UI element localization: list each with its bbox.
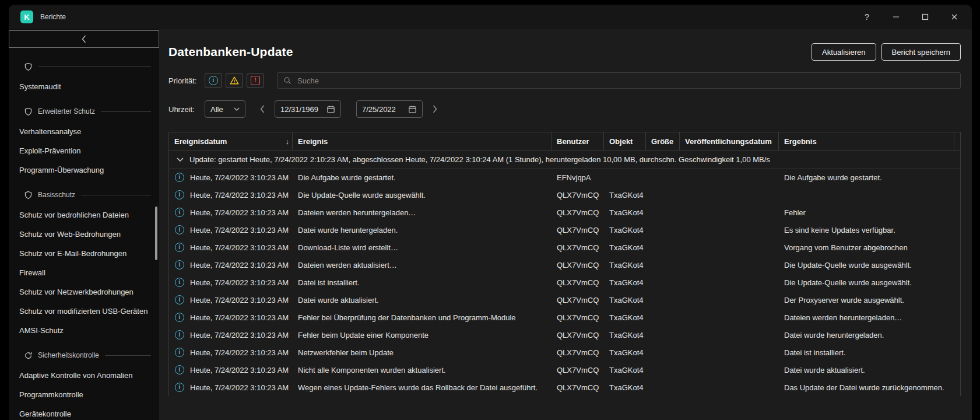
sidebar-item[interactable]: Schutz vor bedrohlichen Dateien	[9, 205, 159, 225]
close-icon	[951, 13, 958, 20]
sidebar-item[interactable]: Firewall	[9, 263, 159, 282]
time-label: Uhrzeit:	[168, 105, 205, 114]
sidebar-item[interactable]: Schutz vor E-Mail-Bedrohungen	[9, 244, 159, 263]
table-row[interactable]: iHeute, 7/24/2022 3:10:23 AMDateien werd…	[169, 204, 960, 221]
sidebar-item[interactable]: Programmkontrolle	[9, 385, 159, 404]
section-divider-line	[38, 66, 151, 67]
priority-info-button[interactable]: i	[205, 73, 222, 88]
table-row[interactable]: iHeute, 7/24/2022 3:10:23 AMDatei ist in…	[169, 274, 960, 291]
header-gutter	[954, 132, 960, 150]
sidebar-section-label: Erweiterter Schutz	[38, 107, 95, 116]
table-row[interactable]: iHeute, 7/24/2022 3:10:23 AMNicht alle K…	[169, 361, 960, 379]
event-object: TxaGKot4	[604, 383, 646, 392]
event-user: QLX7VmCQ	[552, 331, 604, 340]
info-icon: i	[209, 76, 218, 85]
event-text: Nicht alle Komponenten wurden aktualisie…	[293, 366, 552, 374]
sort-desc-icon[interactable]: ↓	[282, 137, 290, 146]
event-date: Heute, 7/24/2022 3:10:23 AM	[190, 261, 289, 270]
sidebar-item[interactable]: Systemaudit	[9, 77, 159, 96]
sidebar-collapse-button[interactable]	[9, 30, 159, 48]
column-header[interactable]: Ereignis	[293, 132, 552, 150]
time-filter-row: Uhrzeit: Alle 12/31/1969 7	[168, 100, 961, 118]
event-object: TxaGKot4	[604, 296, 646, 304]
table-row[interactable]: iHeute, 7/24/2022 3:10:23 AMFehler beim …	[169, 326, 960, 344]
sidebar-item[interactable]: Schutz vor Netzwerkbedrohungen	[9, 282, 159, 302]
table-row[interactable]: iHeute, 7/24/2022 3:10:23 AMDateien werd…	[169, 256, 960, 274]
event-object: TxaGKot4	[604, 348, 646, 357]
table-row[interactable]: iHeute, 7/24/2022 3:10:23 AMWegen eines …	[169, 379, 960, 396]
info-icon: i	[175, 313, 184, 322]
minimize-button[interactable]	[890, 11, 902, 23]
date-from-field[interactable]: 12/31/1969	[275, 100, 341, 118]
previous-period-button[interactable]	[258, 105, 266, 113]
event-result: Die Update-Quelle wurde ausgewählt.	[779, 261, 954, 270]
event-object: TxaGKot4	[604, 208, 646, 217]
info-icon: i	[175, 383, 184, 392]
sidebar-item[interactable]: Adaptive Kontrolle von Anomalien	[9, 366, 159, 385]
sidebar-item[interactable]: Gerätekontrolle	[9, 404, 159, 420]
event-date: Heute, 7/24/2022 3:10:23 AM	[190, 208, 289, 217]
event-user: QLX7VmCQ	[552, 208, 604, 217]
search-field[interactable]	[277, 72, 961, 89]
column-header[interactable]: Benutzer	[552, 132, 604, 150]
window-title: Berichte	[40, 13, 66, 21]
date-to-field[interactable]: 7/25/2022	[356, 100, 423, 118]
page-header: Datenbanken-Update Aktualisieren Bericht…	[168, 43, 961, 61]
sidebar-section-header	[9, 56, 159, 77]
sidebar-item[interactable]: Verhaltensanalyse	[9, 122, 159, 141]
sidebar-item[interactable]: Programm-Überwachung	[9, 160, 159, 180]
event-date: Heute, 7/24/2022 3:10:23 AM	[190, 243, 289, 252]
table-row[interactable]: iHeute, 7/24/2022 3:10:23 AMFehler bei Ü…	[169, 309, 960, 326]
refresh-button[interactable]: Aktualisieren	[812, 43, 876, 61]
minimize-icon	[893, 13, 900, 20]
sidebar-item[interactable]: AMSI-Schutz	[9, 321, 159, 340]
sidebar-item[interactable]: Schutz vor Web-Bedrohungen	[9, 225, 159, 244]
event-object: TxaGKot4	[604, 313, 646, 322]
events-table: Ereignisdatum↓EreignisBenutzerObjektGröß…	[168, 132, 961, 396]
table-row[interactable]: iHeute, 7/24/2022 3:10:23 AMDatei wurde …	[169, 221, 960, 239]
shield-icon	[24, 62, 33, 71]
time-range-select[interactable]: Alle	[205, 100, 245, 118]
event-date: Heute, 7/24/2022 3:10:23 AM	[190, 383, 289, 392]
info-icon: i	[175, 243, 184, 252]
table-row[interactable]: iHeute, 7/24/2022 3:10:23 AMDownload-Lis…	[169, 239, 960, 256]
event-user: QLX7VmCQ	[552, 348, 604, 357]
event-result: Vorgang vom Benutzer abgebrochen	[779, 243, 954, 252]
event-text: Die Aufgabe wurde gestartet.	[293, 173, 552, 182]
event-date: Heute, 7/24/2022 3:10:23 AM	[190, 331, 289, 340]
next-period-button[interactable]	[431, 105, 439, 113]
shield-icon	[24, 191, 33, 200]
help-button[interactable]: ?	[861, 11, 873, 23]
table-row[interactable]: iHeute, 7/24/2022 3:10:23 AMNetzwerkfehl…	[169, 344, 960, 361]
sidebar-scrollbar[interactable]	[155, 206, 157, 260]
sidebar-item[interactable]: Exploit-Prävention	[9, 141, 159, 160]
event-user: QLX7VmCQ	[552, 366, 604, 374]
event-text: Netzwerkfehler beim Update	[293, 348, 552, 357]
table-row[interactable]: iHeute, 7/24/2022 3:10:23 AMDie Aufgabe …	[169, 169, 960, 186]
save-report-button[interactable]: Bericht speichern	[881, 43, 961, 61]
event-object: TxaGKot4	[604, 226, 646, 235]
info-icon: i	[175, 173, 184, 182]
priority-critical-button[interactable]: !	[247, 73, 264, 88]
event-text: Wegen eines Update-Fehlers wurde das Rol…	[293, 383, 552, 392]
info-icon: i	[175, 278, 184, 287]
column-header[interactable]: Veröffentlichungsdatum	[680, 132, 779, 150]
info-icon: i	[175, 295, 184, 304]
priority-filter-row: Priorität: i !	[168, 72, 961, 89]
column-header[interactable]: Größe	[646, 132, 680, 150]
column-header[interactable]: Objekt	[604, 132, 646, 150]
column-header[interactable]: Ergebnis	[779, 132, 954, 150]
search-input[interactable]	[296, 76, 954, 86]
table-row[interactable]: iHeute, 7/24/2022 3:10:23 AMDie Update-Q…	[169, 186, 960, 204]
refresh-icon	[24, 351, 33, 360]
close-button[interactable]	[949, 11, 960, 23]
column-header[interactable]: Ereignisdatum↓	[169, 132, 293, 150]
maximize-button[interactable]	[919, 11, 931, 23]
group-row[interactable]: Update: gestartet Heute, 7/24/2022 2:10:…	[169, 150, 960, 169]
priority-warning-button[interactable]	[226, 73, 243, 88]
info-icon: i	[175, 330, 184, 340]
table-row[interactable]: iHeute, 7/24/2022 3:10:23 AMDatei wurde …	[169, 291, 960, 309]
sidebar-item[interactable]: Schutz vor modifizierten USB-Geräten	[9, 302, 159, 321]
event-result: Datei ist installiert.	[779, 348, 954, 357]
title-bar: K Berichte ?	[9, 5, 972, 29]
